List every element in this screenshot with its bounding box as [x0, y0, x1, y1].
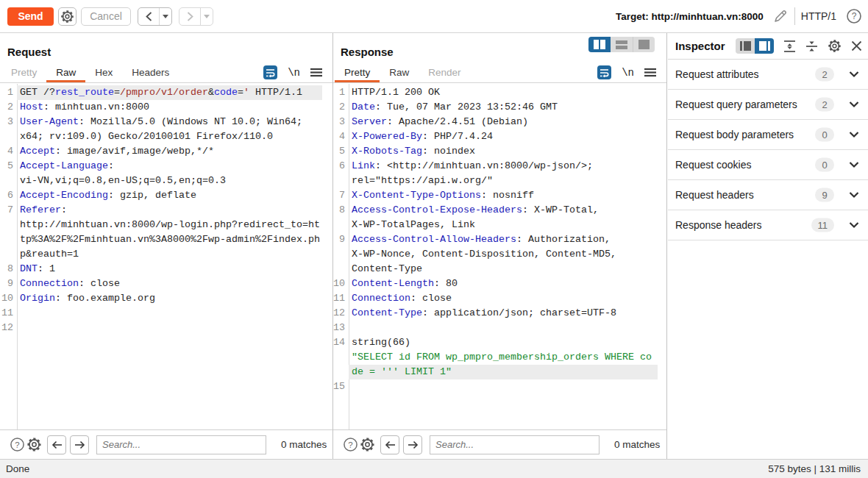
search-input[interactable] — [430, 435, 600, 454]
layout-columns-button[interactable] — [588, 37, 611, 52]
response-search-bar: ? — [333, 429, 666, 459]
line-content: Host: minhtuan.vn:8000 — [17, 100, 322, 115]
section-count-badge: 0 — [815, 128, 834, 142]
line-content: Date: Tue, 07 Mar 2023 13:52:46 GMT — [349, 100, 658, 115]
show-newlines-toggle[interactable]: \n — [622, 67, 634, 79]
arrow-left-icon — [385, 440, 396, 449]
line-content: GET /?rest_route=/pmpro/v1/order&code=' … — [17, 85, 322, 100]
collapse-all-button[interactable] — [805, 40, 818, 53]
search-settings-button[interactable] — [360, 437, 375, 452]
tab-render[interactable]: Render — [419, 63, 470, 82]
line-number: 8 — [333, 203, 349, 218]
line-number: 9 — [0, 277, 17, 291]
line-content — [17, 306, 322, 321]
back-button[interactable] — [138, 8, 159, 25]
http-version-selector[interactable]: HTTP/1 — [801, 10, 836, 22]
line-number — [333, 350, 349, 365]
edit-target-button[interactable] — [771, 7, 790, 26]
search-next-button[interactable] — [403, 435, 422, 454]
search-settings-button[interactable] — [26, 437, 42, 452]
line-number: 9 — [333, 232, 349, 247]
inspector-section-request-attributes[interactable]: Request attributes2 — [668, 60, 868, 90]
code-line: 3Server: Apache/2.4.51 (Debian) — [333, 115, 658, 129]
forward-history-dropdown[interactable] — [200, 8, 213, 25]
line-content: Accept-Language: — [17, 159, 322, 174]
word-wrap-toggle[interactable] — [263, 65, 277, 79]
forward-button[interactable] — [179, 8, 200, 25]
section-label: Request headers — [675, 189, 754, 201]
line-content — [349, 321, 658, 335]
section-label: Request attributes — [675, 68, 759, 80]
inspector-section-request-body-parameters[interactable]: Request body parameters0 — [668, 120, 868, 150]
code-line: "SELECT id FROM wp_pmpro_membership_orde… — [333, 350, 658, 365]
send-button[interactable]: Send — [7, 7, 54, 26]
dock-right-button[interactable] — [755, 38, 774, 54]
line-number: 12 — [0, 321, 17, 335]
arrow-left-icon — [51, 440, 63, 449]
help-button[interactable]: ? — [845, 8, 862, 25]
line-content: X-Powered-By: PHP/7.4.24 — [349, 129, 658, 144]
back-history-dropdown[interactable] — [159, 8, 171, 25]
code-line: 5X-Robots-Tag: noindex — [333, 144, 658, 159]
editor-menu-button[interactable] — [310, 68, 322, 77]
tab-hex[interactable]: Hex — [85, 63, 122, 82]
line-content: DNT: 1 — [17, 262, 322, 277]
line-number: 3 — [0, 115, 17, 129]
search-previous-button[interactable] — [47, 435, 66, 454]
inspector-settings-button[interactable] — [828, 39, 842, 53]
cancel-button[interactable]: Cancel — [81, 7, 131, 26]
expand-all-button[interactable] — [783, 40, 796, 53]
line-number: 15 — [333, 379, 349, 394]
code-line: 1GET /?rest_route=/pmpro/v1/order&code='… — [0, 85, 322, 100]
search-help-button[interactable]: ? — [10, 437, 25, 452]
layout-single-button[interactable] — [633, 37, 655, 52]
code-line: x64; rv:109.0) Gecko/20100101 Firefox/11… — [0, 129, 322, 144]
dock-left-button[interactable] — [736, 38, 755, 54]
response-editor[interactable]: 1HTTP/1.1 200 OK2Date: Tue, 07 Mar 2023 … — [333, 84, 666, 429]
line-number — [333, 218, 349, 232]
show-newlines-toggle[interactable]: \n — [288, 67, 300, 79]
back-icon — [145, 12, 153, 21]
section-count-badge: 11 — [811, 218, 835, 232]
inspector-close-button[interactable] — [851, 40, 862, 51]
help-icon: ? — [846, 8, 862, 24]
code-line: tp%3A%2F%2Fminhtuan.vn%3A8000%2Fwp-admin… — [0, 232, 322, 247]
collapse-all-icon — [805, 40, 818, 53]
target-zone: Target: http://minhtuan.vn:8000 HTTP/1 ? — [616, 0, 868, 32]
section-label: Response headers — [675, 219, 762, 231]
line-number: 6 — [0, 188, 17, 203]
request-settings-button[interactable] — [58, 7, 77, 26]
code-line: X-WP-TotalPages, Link — [333, 218, 658, 232]
line-content: x64; rv:109.0) Gecko/20100101 Firefox/11… — [17, 129, 322, 144]
search-help-button[interactable]: ? — [343, 437, 358, 452]
editor-menu-button[interactable] — [644, 68, 656, 77]
inspector-section-response-headers[interactable]: Response headers11 — [668, 210, 868, 240]
inspector-section-request-cookies[interactable]: Request cookies0 — [668, 150, 868, 180]
columns-layout-icon — [594, 40, 605, 49]
search-previous-button[interactable] — [380, 435, 399, 454]
tab-pretty[interactable]: Pretty — [1, 63, 46, 82]
layout-rows-button[interactable] — [611, 37, 633, 52]
chevron-down-icon — [849, 132, 859, 138]
code-line: 8DNT: 1 — [0, 262, 322, 277]
line-content: vi-VN,vi;q=0.8,en-US;q=0.5,en;q=0.3 — [17, 174, 322, 188]
inspector-section-request-headers[interactable]: Request headers9 — [668, 180, 868, 210]
dock-right-icon — [759, 41, 770, 51]
line-number: 2 — [0, 100, 17, 115]
response-editor-icons: \n — [597, 63, 666, 82]
tab-raw[interactable]: Raw — [380, 63, 419, 82]
tab-raw[interactable]: Raw — [46, 63, 85, 82]
inspector-section-request-query-parameters[interactable]: Request query parameters2 — [668, 90, 868, 120]
word-wrap-toggle[interactable] — [597, 65, 611, 79]
status-text: Done — [6, 463, 29, 474]
chevron-down-icon — [849, 192, 859, 199]
line-number — [333, 262, 349, 277]
search-next-button[interactable] — [70, 435, 89, 454]
request-editor[interactable]: 1GET /?rest_route=/pmpro/v1/order&code='… — [0, 84, 332, 429]
tab-pretty[interactable]: Pretty — [335, 63, 380, 82]
tab-headers[interactable]: Headers — [122, 63, 179, 82]
search-input[interactable] — [96, 435, 266, 454]
line-number: 10 — [333, 277, 349, 291]
line-content: Content-Type: application/json; charset=… — [349, 306, 658, 321]
single-layout-icon — [638, 40, 650, 49]
